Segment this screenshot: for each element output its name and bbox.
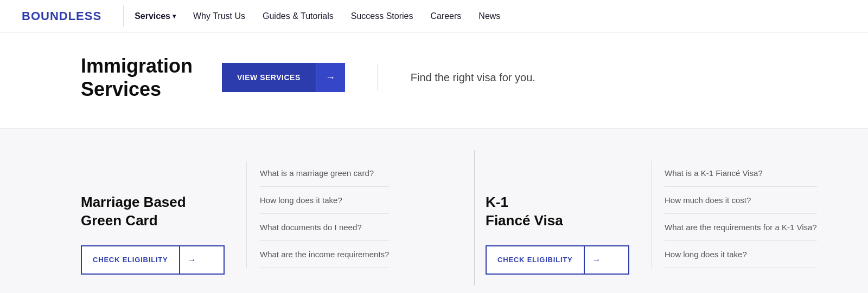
k1-check-eligibility-button[interactable]: CHECK ELIGIBILITY → (486, 245, 629, 275)
faq-item[interactable]: How long does it take? (665, 241, 817, 268)
cards-section: Marriage Based Green Card CHECK ELIGIBIL… (0, 128, 868, 293)
faq-item[interactable]: What are the income requirements? (260, 241, 389, 268)
nav-link-success-stories[interactable]: Success Stories (351, 11, 413, 21)
k1-card: K-1 Fiancé Visa CHECK ELIGIBILITY → What… (486, 150, 868, 285)
nav-item-careers[interactable]: Careers (430, 11, 461, 21)
k1-card-title: K-1 Fiancé Visa (486, 193, 629, 230)
view-services-arrow-icon: → (316, 63, 345, 92)
nav-link-why-trust-us[interactable]: Why Trust Us (193, 11, 245, 21)
brand-logo[interactable]: BOUNDLESS (22, 9, 101, 23)
nav-link-careers[interactable]: Careers (430, 11, 461, 21)
cards-vertical-divider (474, 150, 475, 285)
nav-item-success-stories[interactable]: Success Stories (351, 11, 413, 21)
marriage-faq-list: What is a marriage green card? How long … (246, 161, 389, 268)
hero-subtitle: Find the right visa for you. (411, 71, 535, 84)
nav-link-news[interactable]: News (478, 11, 500, 21)
k1-faq-list: What is a K-1 Fiancé Visa? How much does… (651, 161, 817, 268)
marriage-eligibility-label: CHECK ELIGIBILITY (82, 247, 179, 272)
marriage-check-eligibility-button[interactable]: CHECK ELIGIBILITY → (81, 245, 225, 275)
faq-item[interactable]: What are the requirements for a K-1 Visa… (665, 214, 817, 241)
faq-item[interactable]: What is a K-1 Fiancé Visa? (665, 166, 817, 187)
nav-item-news[interactable]: News (478, 11, 500, 21)
marriage-card-title: Marriage Based Green Card (81, 193, 225, 230)
nav-link-guides[interactable]: Guides & Tutorials (263, 11, 334, 21)
view-services-label: VIEW SERVICES (222, 63, 316, 92)
hero-divider (378, 64, 378, 91)
view-services-button[interactable]: VIEW SERVICES → (222, 63, 345, 92)
k1-eligibility-arrow-icon: → (584, 246, 609, 274)
nav-link-services[interactable]: Services ▾ (135, 11, 176, 21)
navbar: BOUNDLESS Services ▾ Why Trust Us Guides… (0, 0, 868, 32)
faq-item[interactable]: How long does it take? (260, 187, 389, 214)
nav-item-services[interactable]: Services ▾ (135, 11, 176, 21)
nav-item-guides[interactable]: Guides & Tutorials (263, 11, 334, 21)
nav-divider (123, 5, 124, 27)
hero-title: Immigration Services (81, 54, 200, 101)
hero-section: Immigration Services VIEW SERVICES → Fin… (0, 32, 868, 122)
chevron-down-icon: ▾ (173, 12, 176, 20)
nav-item-why-trust-us[interactable]: Why Trust Us (193, 11, 245, 21)
faq-item[interactable]: What documents do I need? (260, 214, 389, 241)
k1-eligibility-label: CHECK ELIGIBILITY (487, 247, 584, 272)
faq-item[interactable]: What is a marriage green card? (260, 166, 389, 187)
faq-item[interactable]: How much does it cost? (665, 187, 817, 214)
k1-card-info: K-1 Fiancé Visa CHECK ELIGIBILITY → (486, 161, 629, 275)
marriage-card-info: Marriage Based Green Card CHECK ELIGIBIL… (81, 161, 225, 275)
marriage-eligibility-arrow-icon: → (179, 246, 204, 274)
nav-links: Services ▾ Why Trust Us Guides & Tutoria… (135, 11, 500, 21)
marriage-card: Marriage Based Green Card CHECK ELIGIBIL… (0, 150, 463, 285)
